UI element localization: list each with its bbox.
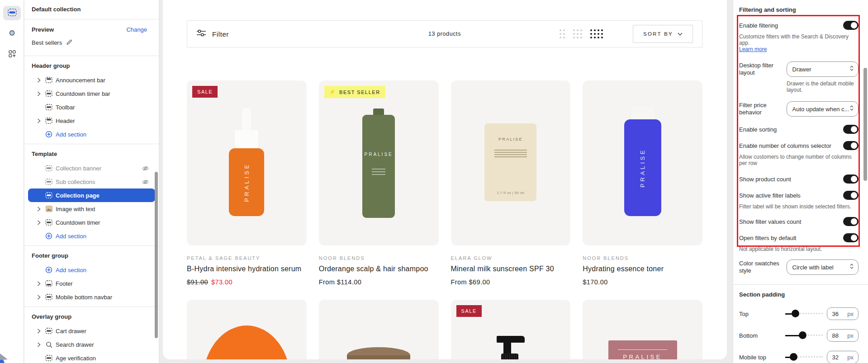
enable-filtering-help: Customize filters with the Search & Disc… [739,33,859,52]
select-chevrons-icon [849,263,854,271]
select-chevrons-icon [849,65,854,73]
sidebar-item-age-verification[interactable]: Age verification [28,351,155,363]
chevron-right-icon[interactable] [37,295,45,300]
sidebar-item-footer[interactable]: Footer [28,277,155,290]
product-card[interactable] [187,300,307,359]
label-lines [494,150,527,157]
sidebar-item-collection-page[interactable]: Collection page [28,189,155,202]
padding-top-input[interactable]: 36px [827,307,859,320]
padding-bottom-input[interactable]: 88px [827,329,859,342]
apps-rail-button[interactable] [3,47,21,62]
chevron-right-icon[interactable] [37,329,45,334]
product-card[interactable]: ⚡ BEST SELLER PRALISE NOOR BLENDS Ordera… [319,80,439,300]
product-card[interactable]: SALE PRALISE PETAL & SAGE BEAUTY B-Hydra… [187,80,307,300]
chevron-down-icon [678,31,683,37]
sidebar-item-countdown-timer[interactable]: Countdown timer [28,216,155,229]
active-filter-labels-toggle[interactable] [843,191,859,200]
product-price: From $114.00 [319,278,439,286]
enable-sorting-row: Enable sorting [739,125,859,134]
storefront-preview-canvas: Filter 13 products SORT BY SALE PRALISE … [163,0,727,359]
enable-filtering-toggle[interactable] [843,21,859,30]
settings-rail-button[interactable]: ⚙ [3,26,21,40]
sidebar-item-toolbar[interactable]: Toolbar [28,100,155,114]
collection-filter-bar: Filter 13 products SORT BY [187,20,702,47]
padding-bottom-row: Bottom 88px [739,329,859,342]
sidebar-item-search-drawer[interactable]: Search drawer [28,338,155,351]
learn-more-link[interactable]: Learn more [739,46,767,52]
preview-collection-name: Best sellers [32,39,62,46]
sale-price: $73.00 [211,278,232,286]
grid-4-columns-button[interactable] [590,29,603,38]
group-heading-header: Header group [24,62,159,70]
theme-editor-sidebar: Default collection Preview Change Best s… [24,0,159,363]
bottle-body: PRALISE [362,115,395,218]
sidebar-item-header[interactable]: Header [28,114,155,127]
enable-sorting-toggle[interactable] [843,125,859,134]
product-card[interactable]: PRALISE BIO COLLAGEN-REAL DEEP MASK FACI… [583,300,702,359]
group-heading-overlay: Overlay group [24,313,159,321]
product-price: $91.00$73.00 [187,278,307,286]
bottle-dropper [242,108,251,131]
plus-circle-icon [45,266,52,273]
mouse-cursor [0,354,9,363]
edit-pencil-icon[interactable] [66,39,72,47]
chevron-right-icon[interactable] [37,91,45,96]
sidebar-item-cart-drawer[interactable]: Cart drawer [28,324,155,338]
sidebar-item-sub-collections[interactable]: Sub collections [28,175,155,189]
sidebar-item-image-with-text[interactable]: Image with text [28,202,155,216]
plus-circle-icon [45,232,52,240]
sidebar-item-mobile-bottom-navbar[interactable]: Mobile bottom navbar [28,290,155,304]
grid-2-columns-button[interactable] [560,29,565,38]
padding-mobile-top-input[interactable]: 32px [827,351,859,363]
group-heading-footer: Footer group [24,252,159,259]
enable-filtering-row: Enable filtering [739,21,859,30]
tube-body: PRALISE 1.7 fl oz | 50 ml [484,123,536,201]
add-section-button-footer[interactable]: Add section [28,263,155,277]
sidebar-item-collection-banner[interactable]: Collection banner [28,161,155,175]
section-icon [45,77,52,83]
chevron-right-icon[interactable] [37,78,45,83]
filter-values-count-toggle[interactable] [843,217,859,226]
product-brand: ELARA GLOW [451,255,571,261]
divider [24,245,159,246]
padding-mobile-top-slider[interactable] [785,353,823,361]
open-filters-default-toggle[interactable] [843,233,859,242]
preview-label: Preview [32,26,54,33]
plus-circle-icon [45,131,52,138]
chevron-right-icon[interactable] [37,207,45,212]
jar-top [203,325,291,359]
color-swatches-style-select[interactable]: Circle with label [787,259,859,275]
sale-badge: SALE [192,86,218,98]
panel-scrollbar[interactable] [863,68,867,181]
active-filter-labels-row: Show active filter labels [739,191,859,200]
chevron-right-icon[interactable] [37,342,45,347]
desktop-filter-layout-select[interactable]: Drawer [787,61,859,77]
product-card[interactable]: SALE [451,300,571,359]
sidebar-scrollbar[interactable] [155,172,158,338]
padding-top-slider[interactable] [785,310,823,318]
padding-bottom-slider[interactable] [785,331,823,339]
grid-3-columns-button[interactable] [573,29,582,38]
chevron-right-icon[interactable] [37,118,45,123]
sidebar-item-announcement-bar[interactable]: Announcement bar [28,73,155,87]
sidebar-item-countdown-timer-bar[interactable]: Countdown timer bar [28,87,155,100]
hidden-eye-off-icon[interactable] [142,179,149,187]
product-card[interactable]: PRALISE 1.7 fl oz | 50 ml ELARA GLOW Min… [451,80,571,300]
change-preview-link[interactable]: Change [126,26,147,33]
filter-price-behavior-select[interactable]: Auto update when c... [787,101,859,117]
columns-selector-toggle[interactable] [843,141,859,150]
chevron-right-icon[interactable] [37,220,45,225]
chevron-right-icon[interactable] [37,281,45,286]
add-section-button-header[interactable]: Add section [28,127,155,141]
sort-by-button[interactable]: SORT BY [633,25,693,43]
mask-packet: PRALISE BIO COLLAGEN-REAL DEEP MASK FACI… [608,340,677,359]
footer-section-icon [45,280,52,287]
hidden-eye-off-icon[interactable] [142,165,149,174]
show-product-count-toggle[interactable] [843,174,859,184]
product-card[interactable]: PRALISE NOOR BLENDS Hydrating essence to… [583,80,702,300]
sections-rail-button[interactable] [3,6,21,20]
product-card[interactable] [319,300,439,359]
divider [24,144,159,144]
add-section-button-template[interactable]: Add section [28,229,155,243]
soap-body [347,355,410,359]
